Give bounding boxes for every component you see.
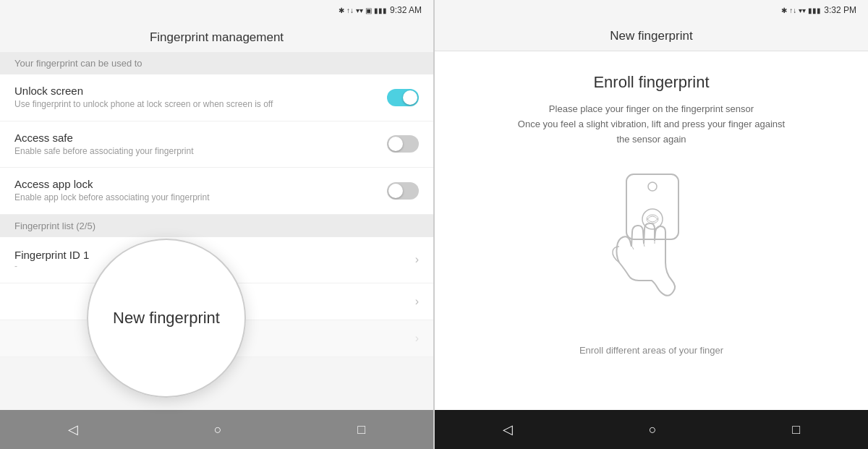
left-time: 9:32 AM [390,5,422,15]
right-status-bar: ✱ ↑↓ ▾▾ ▮▮▮ 3:32 PM [435,0,868,20]
left-panel: ✱ ↑↓ ▾▾ ▣ ▮▮▮ 9:32 AM Fingerprint manage… [0,0,433,449]
left-status-icons: ✱ ↑↓ ▾▾ ▣ ▮▮▮ [339,7,387,14]
access-safe-item[interactable]: Access safe Enable safe before associati… [0,121,433,168]
right-back-button[interactable]: ◁ [503,422,513,437]
enroll-desc-line1: Please place your finger on the fingerpr… [549,103,754,114]
enroll-desc-line2: Once you feel a slight vibration, lift a… [518,119,785,145]
left-bottom-nav: ◁ ○ □ [0,410,433,449]
right-bluetooth-icon: ✱ [781,7,787,14]
left-recent-button[interactable]: □ [357,422,365,437]
left-screen-title: Fingerprint management [0,20,433,52]
camera-icon: ▣ [365,7,372,14]
access-app-lock-subtitle: Enable app lock before associating your … [14,192,387,204]
magnifier-text: New fingerprint [113,309,220,328]
right-wifi-icon: ▾▾ [799,7,806,14]
enroll-title: Enroll fingerprint [593,73,709,92]
enroll-desc: Please place your finger on the fingerpr… [514,102,789,147]
fingerprint-id-1-chevron: › [415,253,419,266]
access-app-lock-title: Access app lock [14,178,387,190]
svg-line-4 [632,247,634,249]
battery-icon: ▮▮▮ [374,7,387,14]
access-safe-title: Access safe [14,132,387,144]
right-recent-button[interactable]: □ [792,422,800,437]
right-panel: ✱ ↑↓ ▾▾ ▮▮▮ 3:32 PM New fingerprint Enro… [435,0,868,449]
left-home-button[interactable]: ○ [214,422,222,437]
fingerprint-id-2-chevron: › [415,295,419,308]
left-status-bar: ✱ ↑↓ ▾▾ ▣ ▮▮▮ 9:32 AM [0,0,433,20]
bluetooth-icon: ✱ [339,7,344,14]
access-safe-toggle[interactable] [387,135,419,153]
fingerprint-id-1-sub: - [14,261,89,271]
svg-line-5 [644,244,644,247]
magnifier-overlay: New fingerprint [87,239,246,398]
unlock-screen-title: Unlock screen [14,85,387,97]
right-screen-title: New fingerprint [435,20,868,51]
access-safe-subtitle: Enable safe before associating your fing… [14,146,387,158]
svg-point-1 [648,182,657,191]
right-signal-icon: ↑↓ [789,7,796,14]
new-fingerprint-chevron: › [415,332,419,345]
signal-icon: ↑↓ [346,7,354,14]
right-battery-icon: ▮▮▮ [808,7,821,14]
unlock-screen-toggle[interactable] [387,89,419,106]
enroll-footer-text: Enroll different areas of your finger [579,345,723,356]
access-app-lock-toggle[interactable] [387,182,419,200]
right-home-button[interactable]: ○ [649,422,657,437]
access-app-lock-item[interactable]: Access app lock Enable app lock before a… [0,168,433,215]
unlock-screen-item[interactable]: Unlock screen Use fingerprint to unlock … [0,74,433,121]
enroll-content: Enroll fingerprint Please place your fin… [435,51,868,410]
wifi-icon: ▾▾ [356,7,363,14]
right-time: 3:32 PM [824,5,856,15]
usage-section-header: Your fingerprint can be used to [0,52,433,74]
hand-illustration [579,168,724,328]
unlock-screen-subtitle: Use fingerprint to unlock phone at lock … [14,99,387,111]
right-status-icons: ✱ ↑↓ ▾▾ ▮▮▮ [781,7,821,14]
fingerprint-id-1-title: Fingerprint ID 1 [14,249,89,261]
right-bottom-nav: ◁ ○ □ [435,410,868,449]
fingerprint-list-header: Fingerprint list (2/5) [0,215,433,237]
left-back-button[interactable]: ◁ [68,422,78,437]
